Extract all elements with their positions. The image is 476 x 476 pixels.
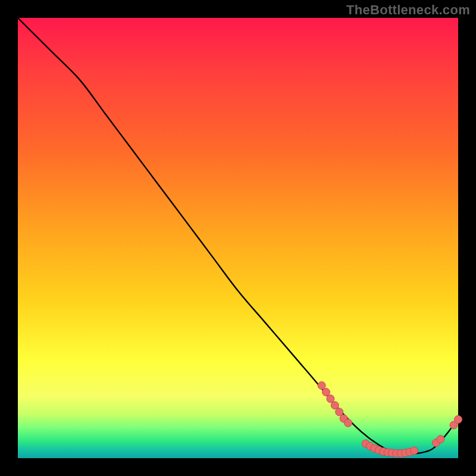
bottleneck-curve-path [18,18,458,455]
watermark-text: TheBottleneck.com [346,2,470,18]
data-dots-group [318,381,462,457]
chart-frame: TheBottleneck.com [0,0,476,476]
plot-area [18,18,458,458]
curve-svg [18,18,458,458]
data-dot [411,447,418,455]
data-dot [331,402,339,409]
data-dot [322,389,330,396]
data-dot [345,419,352,427]
data-dot [327,395,334,403]
data-dot [437,436,444,443]
data-dot [318,381,325,389]
data-dot [336,408,343,416]
data-dot [455,415,462,423]
